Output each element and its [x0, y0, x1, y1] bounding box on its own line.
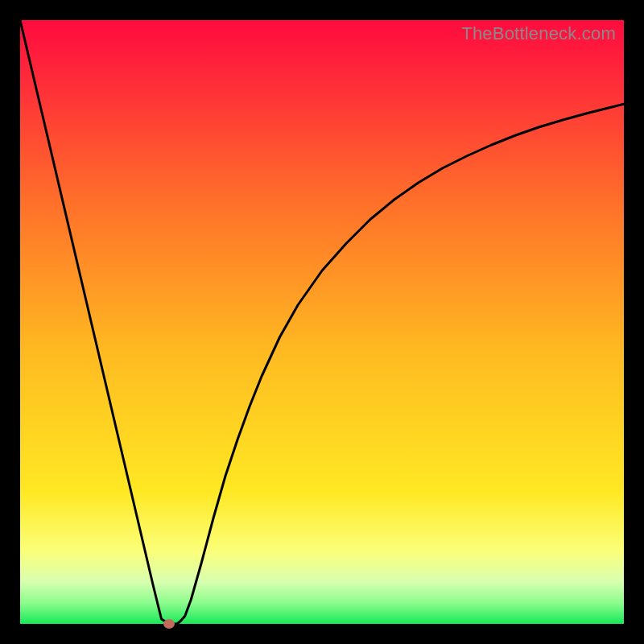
curve-path	[20, 20, 624, 624]
optimal-point-marker	[163, 619, 175, 629]
bottleneck-curve	[20, 20, 624, 624]
chart-frame: TheBottleneck.com	[20, 20, 624, 624]
attribution-text: TheBottleneck.com	[461, 23, 616, 44]
